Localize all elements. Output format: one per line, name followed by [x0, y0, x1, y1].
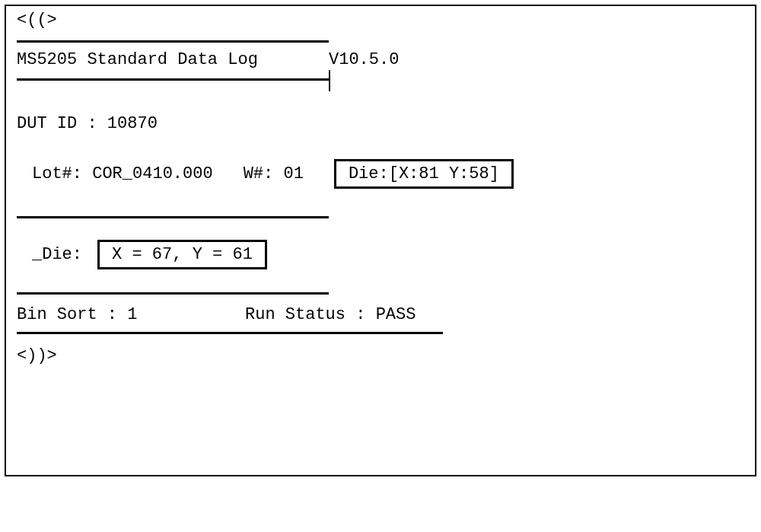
log-title: MS5205 Standard Data Log	[17, 50, 258, 69]
lot-row: Lot#: COR_0410.000 W#: 01 Die:[X:81 Y:58…	[17, 159, 744, 189]
open-marker: <((>	[17, 11, 744, 30]
lot-field: Lot#: COR_0410.000	[32, 164, 213, 183]
run-status-label: Run Status :	[245, 305, 365, 324]
log-window: <((> MS5205 Standard Data Log V10.5.0 DU…	[5, 5, 756, 476]
header-top-rule	[17, 40, 329, 43]
die2-row: _Die: X = 67, Y = 61	[17, 240, 744, 269]
bin-sort-label: Bin Sort :	[17, 305, 117, 324]
run-status-value: PASS	[376, 305, 416, 324]
lot-value: COR_0410.000	[92, 164, 212, 183]
wnum-label: W#:	[244, 164, 274, 183]
dut-id-value: 10870	[107, 114, 158, 133]
dut-id-label: DUT ID :	[17, 114, 97, 133]
lot-label: Lot#:	[32, 164, 82, 183]
bin-sort-value: 1	[127, 305, 137, 324]
die2-label: _Die:	[32, 245, 82, 264]
version: V10.5.0	[329, 50, 527, 69]
dut-id-line: DUT ID : 10870	[17, 114, 744, 133]
die-box-primary: Die:[X:81 Y:58]	[334, 159, 514, 189]
status-row: Bin Sort : 1 Run Status : PASS	[17, 305, 744, 324]
close-marker: <))>	[17, 346, 744, 365]
wnum-value: 01	[283, 164, 303, 183]
header-bottom-rule	[17, 78, 329, 81]
wnum-field: W#: 01	[244, 164, 304, 183]
die2-box: X = 67, Y = 61	[97, 240, 267, 269]
